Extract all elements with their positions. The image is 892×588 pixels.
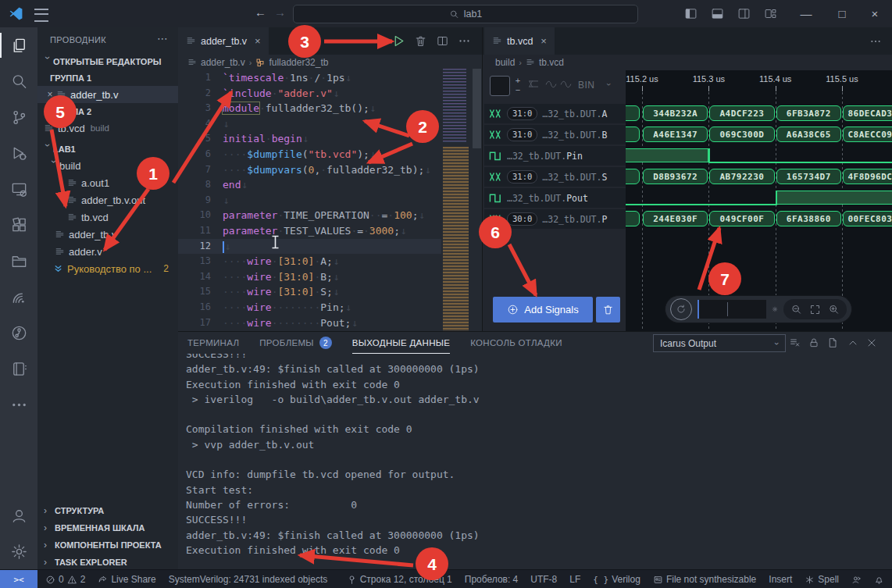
run-debug-icon[interactable] (0, 135, 37, 171)
live-share-status[interactable]: Live Share (98, 574, 155, 585)
editor-scrollbar[interactable] (473, 69, 481, 148)
folder-icon[interactable] (0, 243, 37, 279)
wave-breadcrumb[interactable]: build › tb.vcd (483, 55, 892, 70)
timestamp-input[interactable] (698, 300, 766, 319)
source-control-icon[interactable] (0, 99, 37, 135)
clear-output-icon[interactable] (789, 337, 801, 349)
toggle-sidebar-icon[interactable] (684, 7, 698, 20)
minimize-button[interactable]: — (789, 0, 823, 27)
settings-icon[interactable] (0, 533, 37, 569)
remote-explorer-icon[interactable] (0, 171, 37, 207)
output-channel-dropdown[interactable]: Icarus Output › (653, 334, 786, 352)
explorer-icon[interactable] (0, 27, 37, 63)
command-center-search[interactable]: lab1 (293, 5, 638, 23)
feedback-icon[interactable] (851, 575, 862, 585)
encoding-status[interactable]: UTF-8 (530, 574, 557, 585)
editor-more-icon[interactable] (458, 34, 471, 48)
tree-section-ГРУППА-1[interactable]: ГРУППА 1 (37, 69, 178, 86)
eol-status[interactable]: LF (569, 574, 580, 585)
add-signals-button[interactable]: Add Signals (493, 297, 593, 323)
bus-format-icon[interactable] (528, 80, 541, 89)
caret-position[interactable]: Строка 12, столбец 1 (347, 574, 452, 585)
tab-output[interactable]: ВЫХОДНЫЕ ДАННЫЕ (352, 332, 450, 354)
split-editor-icon[interactable] (436, 34, 449, 48)
tab-debug-console[interactable]: КОНСОЛЬ ОТЛАДКИ (470, 332, 562, 354)
signal-row-Pin[interactable]: …32_tb.DUT.Pin (484, 146, 626, 166)
back-icon[interactable]: ← (255, 5, 266, 19)
problems-status[interactable]: 0 2 (45, 574, 85, 585)
tree-item-adder_tb.v.out[interactable]: adder_tb.v.out (37, 191, 178, 208)
tab-problems[interactable]: ПРОБЛЕМЫ2 (259, 332, 332, 354)
signal-row-S[interactable]: 31:0…32_tb.DUT.S (484, 167, 626, 187)
code-editor[interactable]: 1`timescale·1ns·/·1ps↓2`include·"adder.v… (178, 70, 482, 330)
zoom-plus-small[interactable]: + (513, 76, 523, 85)
lock-icon[interactable] (808, 337, 820, 349)
trash-icon[interactable] (414, 34, 427, 48)
synthesizable-status[interactable]: File not synthesizable (653, 574, 756, 585)
language-status[interactable]: { }Verilog (593, 574, 640, 585)
forward-icon[interactable]: → (274, 5, 286, 19)
tab-adder-tb-v[interactable]: adder_tb.v × (178, 27, 269, 55)
project-graph-icon[interactable] (0, 315, 37, 351)
fit-screen-icon[interactable] (809, 304, 821, 315)
indentation-status[interactable]: Пробелов: 4 (465, 574, 519, 585)
waveform-canvas[interactable]: 115.2 us115.3 us115.4 us115.5 us344B232A… (626, 70, 892, 331)
sidebar-section-структура[interactable]: ›СТРУКТУРА (37, 502, 178, 519)
run-button[interactable] (392, 34, 405, 48)
breadcrumb[interactable]: adder_tb.v › fulladder32_tb (178, 55, 482, 70)
sidebar-section-временная-шкала[interactable]: ›ВРЕМЕННАЯ ШКАЛА (37, 519, 178, 536)
signal-row-P[interactable]: 30:0…32_tb.DUT.P (484, 209, 626, 229)
tree-item-build[interactable]: ›build (37, 157, 178, 174)
tab-terminal[interactable]: ТЕРМИНАЛ (187, 332, 239, 354)
menu-icon[interactable] (34, 9, 48, 22)
tree-item-Руководство-по-...[interactable]: Руководство по ...2 (37, 260, 178, 277)
tree-section-ОТКРЫТЫЕ-РЕДАКТОРЫ[interactable]: ›ОТКРЫТЫЕ РЕДАКТОРЫ (37, 53, 178, 69)
open-in-editor-icon[interactable] (826, 337, 839, 349)
search-icon[interactable] (0, 63, 37, 99)
tree-item-a.out1[interactable]: a.out1 (37, 174, 178, 191)
close-button[interactable]: × (858, 0, 892, 27)
spell-status[interactable]: Spell (805, 574, 839, 585)
zoom-in-icon[interactable] (828, 304, 840, 315)
signal-row-B[interactable]: 31:0…32_tb.DUT.B (484, 125, 626, 144)
tab-close-icon[interactable]: × (255, 35, 261, 47)
tree-item-adder.v[interactable]: adder.v (37, 243, 178, 260)
tab-tb-vcd[interactable]: tb.vcd × (484, 27, 555, 55)
toggle-secondary-sidebar-icon[interactable] (737, 7, 751, 20)
minimap[interactable] (441, 69, 471, 331)
editor-more-icon[interactable] (869, 35, 882, 48)
systemverilog-status[interactable]: SystemVerilog: 24731 indexed objects (169, 574, 327, 585)
analog-wave-icon[interactable] (545, 80, 557, 89)
bell-icon[interactable] (874, 575, 884, 585)
format-dropdown[interactable]: BIN (578, 80, 595, 91)
sidebar-section-компоненты-проекта[interactable]: ›КОМПОНЕНТЫ ПРОЕКТА (37, 536, 178, 554)
tree-item-tb.vcd[interactable]: tb.vcd (37, 208, 178, 226)
account-icon[interactable] (0, 497, 37, 533)
remote-indicator[interactable]: >< (0, 570, 37, 588)
wave-color-swatch[interactable] (490, 76, 510, 96)
notebook-icon[interactable] (0, 351, 37, 387)
gear-icon[interactable] (772, 303, 778, 315)
customize-layout-icon[interactable] (764, 7, 777, 20)
analog-wave-icon-2[interactable] (560, 80, 572, 89)
tree-section-ГРУППА-2[interactable]: ГРУППА 2 (37, 103, 178, 119)
extensions-icon[interactable] (0, 207, 37, 243)
zoom-minus-small[interactable]: − (513, 85, 523, 94)
maximize-button[interactable]: □ (825, 0, 859, 27)
insert-mode-status[interactable]: Insert (769, 574, 792, 585)
more-icon[interactable] (0, 387, 37, 422)
zoom-out-icon[interactable] (790, 304, 802, 315)
refresh-button[interactable] (670, 298, 692, 320)
esp-idf-icon[interactable] (0, 279, 37, 315)
tree-section-LAB1[interactable]: ›LAB1 (37, 141, 178, 157)
signal-row-A[interactable]: 31:0…32_tb.DUT.A (484, 104, 626, 123)
tree-item-adder_tb.v[interactable]: ×adder_tb.v (37, 86, 178, 103)
tree-item-adder_tb.v[interactable]: adder_tb.v (37, 226, 178, 243)
toggle-panel-icon[interactable] (711, 7, 724, 20)
maximize-panel-icon[interactable] (847, 337, 859, 349)
tab-close-icon[interactable]: × (541, 35, 547, 47)
sidebar-section-task-explorer[interactable]: ›TASK EXPLORER (37, 554, 178, 571)
close-panel-icon[interactable] (865, 337, 878, 349)
sidebar-more-icon[interactable]: ⋯ (157, 32, 169, 45)
signal-row-Pout[interactable]: …32_tb.DUT.Pout (484, 188, 626, 208)
